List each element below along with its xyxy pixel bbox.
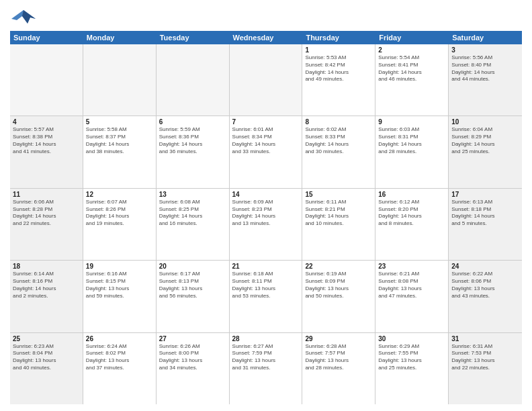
calendar-header-cell: Thursday (302, 31, 375, 44)
day-number: 26 (86, 335, 153, 342)
day-number: 9 (378, 118, 445, 126)
calendar-cell (230, 44, 303, 116)
calendar-cell: 8Sunrise: 6:02 AMSunset: 8:33 PMDaylight… (302, 116, 375, 187)
cell-info: Sunrise: 6:04 AMSunset: 8:29 PMDaylight:… (451, 126, 519, 155)
cell-info: Sunrise: 6:21 AMSunset: 8:08 PMDaylight:… (378, 271, 445, 300)
cell-info: Sunrise: 6:17 AMSunset: 8:13 PMDaylight:… (159, 271, 226, 300)
day-number: 25 (13, 335, 80, 342)
calendar-cell: 12Sunrise: 6:07 AMSunset: 8:26 PMDayligh… (83, 189, 157, 260)
calendar-header: SundayMondayTuesdayWednesdayThursdayFrid… (10, 31, 522, 44)
day-number: 4 (13, 118, 80, 126)
calendar-cell: 9Sunrise: 6:03 AMSunset: 8:31 PMDaylight… (375, 116, 449, 187)
calendar-cell: 1Sunrise: 5:53 AMSunset: 8:42 PMDaylight… (302, 44, 375, 116)
page: SundayMondayTuesdayWednesdayThursdayFrid… (0, 0, 532, 411)
calendar-cell: 16Sunrise: 6:12 AMSunset: 8:20 PMDayligh… (375, 189, 449, 260)
calendar-row: 25Sunrise: 6:23 AMSunset: 8:04 PMDayligh… (10, 333, 522, 404)
calendar-cell: 10Sunrise: 6:04 AMSunset: 8:29 PMDayligh… (449, 116, 522, 187)
logo (10, 7, 40, 27)
calendar-row: 11Sunrise: 6:06 AMSunset: 8:28 PMDayligh… (10, 189, 522, 261)
calendar-cell: 15Sunrise: 6:11 AMSunset: 8:21 PMDayligh… (302, 189, 375, 260)
cell-info: Sunrise: 6:07 AMSunset: 8:26 PMDaylight:… (86, 199, 153, 228)
svg-marker-1 (22, 10, 36, 24)
calendar-cell (10, 44, 83, 116)
cell-info: Sunrise: 5:53 AMSunset: 8:42 PMDaylight:… (305, 54, 372, 83)
cell-info: Sunrise: 6:31 AMSunset: 7:53 PMDaylight:… (451, 343, 519, 372)
cell-info: Sunrise: 5:54 AMSunset: 8:41 PMDaylight:… (378, 54, 445, 83)
day-number: 18 (13, 263, 80, 270)
day-number: 5 (86, 118, 153, 126)
cell-info: Sunrise: 6:01 AMSunset: 8:34 PMDaylight:… (232, 126, 300, 155)
day-number: 29 (305, 335, 372, 342)
calendar-cell: 24Sunrise: 6:22 AMSunset: 8:06 PMDayligh… (449, 261, 522, 332)
cell-info: Sunrise: 6:16 AMSunset: 8:15 PMDaylight:… (86, 271, 153, 300)
cell-info: Sunrise: 6:06 AMSunset: 8:28 PMDaylight:… (13, 199, 80, 228)
header (10, 7, 522, 27)
calendar-header-cell: Wednesday (230, 31, 303, 44)
calendar-cell: 27Sunrise: 6:26 AMSunset: 8:00 PMDayligh… (157, 333, 230, 404)
logo-icon (10, 7, 37, 27)
calendar-cell: 20Sunrise: 6:17 AMSunset: 8:13 PMDayligh… (157, 261, 230, 332)
calendar-cell (83, 44, 157, 116)
day-number: 31 (451, 335, 519, 342)
cell-info: Sunrise: 6:12 AMSunset: 8:20 PMDaylight:… (378, 199, 445, 228)
cell-info: Sunrise: 6:03 AMSunset: 8:31 PMDaylight:… (378, 126, 445, 155)
calendar-cell: 7Sunrise: 6:01 AMSunset: 8:34 PMDaylight… (230, 116, 303, 187)
calendar-header-cell: Tuesday (157, 31, 230, 44)
cell-info: Sunrise: 6:26 AMSunset: 8:00 PMDaylight:… (159, 343, 226, 372)
day-number: 10 (451, 118, 519, 126)
day-number: 27 (159, 335, 226, 342)
calendar-cell: 26Sunrise: 6:24 AMSunset: 8:02 PMDayligh… (83, 333, 157, 404)
calendar-row: 18Sunrise: 6:14 AMSunset: 8:16 PMDayligh… (10, 261, 522, 332)
day-number: 2 (378, 46, 445, 54)
calendar-cell: 5Sunrise: 5:58 AMSunset: 8:37 PMDaylight… (83, 116, 157, 187)
cell-info: Sunrise: 6:13 AMSunset: 8:18 PMDaylight:… (451, 199, 519, 228)
calendar-cell: 3Sunrise: 5:56 AMSunset: 8:40 PMDaylight… (449, 44, 522, 116)
calendar-header-cell: Friday (375, 31, 449, 44)
calendar-cell: 11Sunrise: 6:06 AMSunset: 8:28 PMDayligh… (10, 189, 83, 260)
cell-info: Sunrise: 6:09 AMSunset: 8:23 PMDaylight:… (232, 199, 300, 228)
day-number: 3 (451, 46, 519, 54)
calendar-cell: 18Sunrise: 6:14 AMSunset: 8:16 PMDayligh… (10, 261, 83, 332)
calendar-row: 4Sunrise: 5:57 AMSunset: 8:38 PMDaylight… (10, 116, 522, 188)
day-number: 17 (451, 191, 519, 198)
calendar-cell: 29Sunrise: 6:28 AMSunset: 7:57 PMDayligh… (302, 333, 375, 404)
calendar-cell: 31Sunrise: 6:31 AMSunset: 7:53 PMDayligh… (449, 333, 522, 404)
day-number: 16 (378, 191, 445, 198)
calendar-cell: 30Sunrise: 6:29 AMSunset: 7:55 PMDayligh… (375, 333, 449, 404)
cell-info: Sunrise: 6:11 AMSunset: 8:21 PMDaylight:… (305, 199, 372, 228)
calendar-cell: 22Sunrise: 6:19 AMSunset: 8:09 PMDayligh… (302, 261, 375, 332)
calendar-cell: 25Sunrise: 6:23 AMSunset: 8:04 PMDayligh… (10, 333, 83, 404)
cell-info: Sunrise: 6:18 AMSunset: 8:11 PMDaylight:… (232, 271, 300, 300)
calendar-cell: 13Sunrise: 6:08 AMSunset: 8:25 PMDayligh… (157, 189, 230, 260)
day-number: 13 (159, 191, 226, 198)
cell-info: Sunrise: 6:02 AMSunset: 8:33 PMDaylight:… (305, 126, 372, 155)
day-number: 28 (232, 335, 300, 342)
cell-info: Sunrise: 6:22 AMSunset: 8:06 PMDaylight:… (451, 271, 519, 300)
calendar-header-cell: Monday (83, 31, 157, 44)
day-number: 8 (305, 118, 372, 126)
calendar-header-cell: Saturday (449, 31, 522, 44)
cell-info: Sunrise: 6:24 AMSunset: 8:02 PMDaylight:… (86, 343, 153, 372)
cell-info: Sunrise: 5:57 AMSunset: 8:38 PMDaylight:… (13, 126, 80, 155)
calendar-cell: 14Sunrise: 6:09 AMSunset: 8:23 PMDayligh… (230, 189, 303, 260)
cell-info: Sunrise: 6:28 AMSunset: 7:57 PMDaylight:… (305, 343, 372, 372)
day-number: 21 (232, 263, 300, 270)
calendar-cell: 21Sunrise: 6:18 AMSunset: 8:11 PMDayligh… (230, 261, 303, 332)
calendar-cell: 17Sunrise: 6:13 AMSunset: 8:18 PMDayligh… (449, 189, 522, 260)
calendar-cell: 6Sunrise: 5:59 AMSunset: 8:36 PMDaylight… (157, 116, 230, 187)
calendar-cell: 4Sunrise: 5:57 AMSunset: 8:38 PMDaylight… (10, 116, 83, 187)
calendar-cell: 28Sunrise: 6:27 AMSunset: 7:59 PMDayligh… (230, 333, 303, 404)
cell-info: Sunrise: 6:23 AMSunset: 8:04 PMDaylight:… (13, 343, 80, 372)
cell-info: Sunrise: 6:08 AMSunset: 8:25 PMDaylight:… (159, 199, 226, 228)
cell-info: Sunrise: 5:56 AMSunset: 8:40 PMDaylight:… (451, 54, 519, 83)
cell-info: Sunrise: 6:29 AMSunset: 7:55 PMDaylight:… (378, 343, 445, 372)
calendar-header-cell: Sunday (10, 31, 83, 44)
cell-info: Sunrise: 6:27 AMSunset: 7:59 PMDaylight:… (232, 343, 300, 372)
cell-info: Sunrise: 5:59 AMSunset: 8:36 PMDaylight:… (159, 126, 226, 155)
day-number: 7 (232, 118, 300, 126)
calendar-cell: 23Sunrise: 6:21 AMSunset: 8:08 PMDayligh… (375, 261, 449, 332)
day-number: 23 (378, 263, 445, 270)
cell-info: Sunrise: 5:58 AMSunset: 8:37 PMDaylight:… (86, 126, 153, 155)
day-number: 12 (86, 191, 153, 198)
day-number: 22 (305, 263, 372, 270)
